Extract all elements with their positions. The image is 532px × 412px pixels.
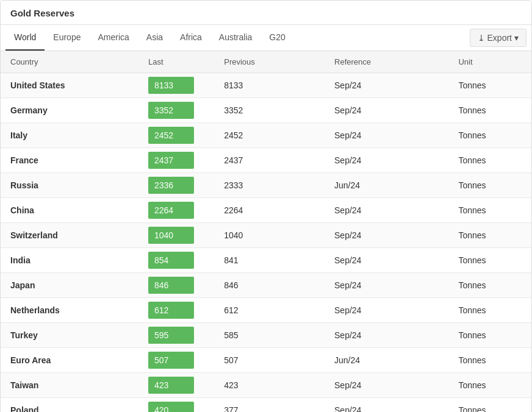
cell-last: 3352 <box>138 98 214 123</box>
cell-previous: 423 <box>214 373 325 398</box>
cell-previous: 585 <box>214 323 325 348</box>
cell-previous: 2452 <box>214 123 325 148</box>
cell-reference: Sep/24 <box>325 98 448 123</box>
cell-previous: 846 <box>214 273 325 298</box>
table-row: India854841Sep/24Tonnes <box>1 248 531 273</box>
cell-previous: 2437 <box>214 148 325 173</box>
cell-last: 1040 <box>138 223 214 248</box>
cell-last: 423 <box>138 373 214 398</box>
cell-unit: Tonnes <box>448 298 531 323</box>
cell-previous: 612 <box>214 298 325 323</box>
cell-reference: Sep/24 <box>325 248 448 273</box>
cell-unit: Tonnes <box>448 198 531 223</box>
cell-reference: Sep/24 <box>325 273 448 298</box>
tab-g20[interactable]: G20 <box>261 25 293 51</box>
last-value-badge: 2264 <box>148 202 194 219</box>
cell-previous: 377 <box>214 398 325 413</box>
table-row: Turkey595585Sep/24Tonnes <box>1 323 531 348</box>
cell-country: Euro Area <box>1 348 138 373</box>
table-row: Russia23362333Jun/24Tonnes <box>1 173 531 198</box>
cell-unit: Tonnes <box>448 248 531 273</box>
col-country: Country <box>1 51 138 73</box>
cell-reference: Jun/24 <box>325 348 448 373</box>
tab-world[interactable]: World <box>5 25 45 51</box>
last-value-badge: 2452 <box>148 127 194 144</box>
cell-reference: Sep/24 <box>325 323 448 348</box>
cell-reference: Sep/24 <box>325 298 448 323</box>
cell-country: India <box>1 248 138 273</box>
cell-unit: Tonnes <box>448 98 531 123</box>
tab-africa[interactable]: Africa <box>171 25 210 51</box>
table-row: France24372437Sep/24Tonnes <box>1 148 531 173</box>
cell-unit: Tonnes <box>448 348 531 373</box>
cell-reference: Sep/24 <box>325 73 448 98</box>
tab-bar: WorldEuropeAmericaAsiaAfricaAustraliaG20… <box>1 25 531 51</box>
last-value-badge: 507 <box>148 352 194 369</box>
table-row: China22642264Sep/24Tonnes <box>1 198 531 223</box>
col-reference: Reference <box>325 51 448 73</box>
table-row: Switzerland10401040Sep/24Tonnes <box>1 223 531 248</box>
cell-reference: Sep/24 <box>325 198 448 223</box>
cell-previous: 2333 <box>214 173 325 198</box>
table-row: Germany33523352Sep/24Tonnes <box>1 98 531 123</box>
last-value-badge: 846 <box>148 277 194 294</box>
cell-reference: Sep/24 <box>325 148 448 173</box>
cell-country: Poland <box>1 398 138 413</box>
cell-country: Turkey <box>1 323 138 348</box>
cell-country: France <box>1 148 138 173</box>
cell-last: 612 <box>138 298 214 323</box>
table-header-row: Country Last Previous Reference Unit <box>1 51 531 73</box>
tab-america[interactable]: America <box>89 25 137 51</box>
table-row: Taiwan423423Sep/24Tonnes <box>1 373 531 398</box>
col-previous: Previous <box>214 51 325 73</box>
cell-last: 2437 <box>138 148 214 173</box>
cell-country: Italy <box>1 123 138 148</box>
last-value-badge: 595 <box>148 327 194 344</box>
table-row: Netherlands612612Sep/24Tonnes <box>1 298 531 323</box>
cell-last: 595 <box>138 323 214 348</box>
cell-unit: Tonnes <box>448 123 531 148</box>
cell-country: China <box>1 198 138 223</box>
col-last: Last <box>138 51 214 73</box>
cell-reference: Sep/24 <box>325 123 448 148</box>
export-chevron-icon: ▾ <box>514 33 519 43</box>
cell-country: Germany <box>1 98 138 123</box>
export-button[interactable]: ⤓ Export ▾ <box>470 29 527 47</box>
last-value-badge: 8133 <box>148 77 194 94</box>
tab-asia[interactable]: Asia <box>138 25 171 51</box>
cell-reference: Sep/24 <box>325 373 448 398</box>
cell-previous: 841 <box>214 248 325 273</box>
last-value-badge: 420 <box>148 402 194 412</box>
cell-reference: Jun/24 <box>325 173 448 198</box>
cell-unit: Tonnes <box>448 398 531 413</box>
cell-last: 8133 <box>138 73 214 98</box>
cell-reference: Sep/24 <box>325 223 448 248</box>
cell-unit: Tonnes <box>448 223 531 248</box>
cell-unit: Tonnes <box>448 273 531 298</box>
cell-country: Russia <box>1 173 138 198</box>
cell-previous: 3352 <box>214 98 325 123</box>
table-row: Poland420377Sep/24Tonnes <box>1 398 531 413</box>
last-value-badge: 2336 <box>148 177 194 194</box>
cell-previous: 8133 <box>214 73 325 98</box>
cell-last: 420 <box>138 398 214 413</box>
table-row: Euro Area507507Jun/24Tonnes <box>1 348 531 373</box>
cell-unit: Tonnes <box>448 323 531 348</box>
cell-unit: Tonnes <box>448 373 531 398</box>
cell-previous: 507 <box>214 348 325 373</box>
last-value-badge: 1040 <box>148 227 194 244</box>
cell-country: Switzerland <box>1 223 138 248</box>
cell-last: 507 <box>138 348 214 373</box>
export-icon: ⤓ <box>478 33 485 43</box>
gold-reserves-table: Country Last Previous Reference Unit Uni… <box>1 51 531 412</box>
cell-unit: Tonnes <box>448 173 531 198</box>
tab-europe[interactable]: Europe <box>45 25 89 51</box>
tab-australia[interactable]: Australia <box>210 25 261 51</box>
cell-last: 2336 <box>138 173 214 198</box>
cell-reference: Sep/24 <box>325 398 448 413</box>
cell-previous: 2264 <box>214 198 325 223</box>
table-row: Italy24522452Sep/24Tonnes <box>1 123 531 148</box>
table-row: United States81338133Sep/24Tonnes <box>1 73 531 98</box>
last-value-badge: 2437 <box>148 152 194 169</box>
last-value-badge: 612 <box>148 302 194 319</box>
